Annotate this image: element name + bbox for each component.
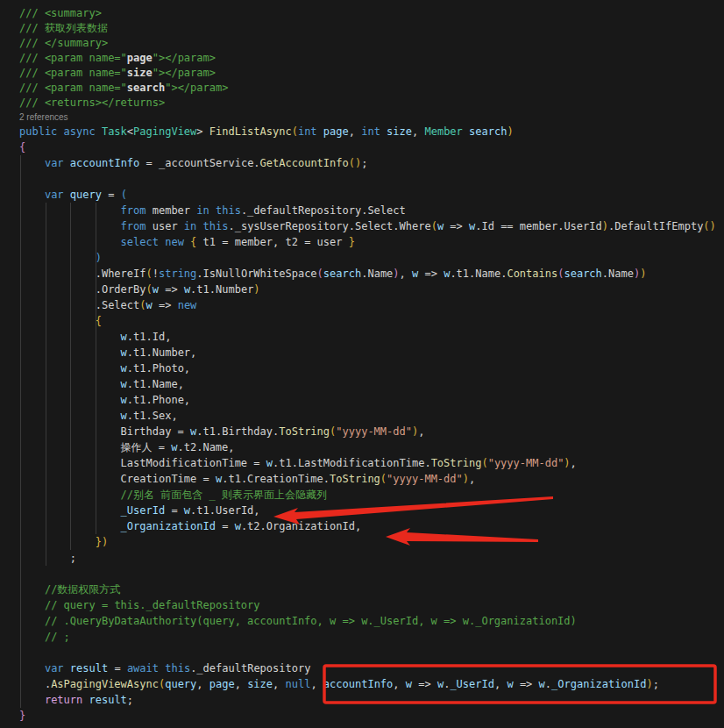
code-token: ( bbox=[380, 473, 387, 485]
code-token: ( bbox=[146, 268, 153, 280]
code-token: _UserId bbox=[121, 504, 166, 517]
code-token: await bbox=[127, 662, 159, 674]
code-token: page bbox=[127, 52, 153, 64]
code-token bbox=[19, 583, 45, 596]
code-token: _UserId bbox=[450, 678, 494, 690]
code-token bbox=[19, 315, 96, 327]
code-token: var bbox=[45, 662, 64, 674]
code-token bbox=[19, 504, 121, 517]
code-line: /// <summary> bbox=[19, 6, 724, 21]
code-token: .Id == member.UserId bbox=[475, 220, 602, 232]
code-token: ) bbox=[507, 125, 513, 138]
code-token: .t1.CreationTime. bbox=[222, 473, 330, 485]
code-token bbox=[196, 220, 202, 232]
code-token: .t1.UserId, bbox=[190, 504, 259, 517]
code-token: search bbox=[127, 82, 165, 94]
code-token: w bbox=[121, 394, 127, 406]
code-token: ( bbox=[121, 189, 127, 201]
code-line: // ; bbox=[19, 629, 724, 645]
code-token: = bbox=[216, 520, 235, 532]
codelens-references[interactable]: 2 references bbox=[19, 111, 724, 124]
code-token: , bbox=[418, 425, 424, 438]
code-token: ; bbox=[653, 678, 659, 690]
code-line: .Select(w => new bbox=[19, 297, 724, 313]
code-token: /// 获取列表数据 bbox=[19, 22, 108, 34]
code-token: AsPagingViewAsync bbox=[51, 678, 159, 690]
code-token: }) bbox=[96, 536, 108, 548]
code-token bbox=[19, 536, 96, 548]
code-token bbox=[19, 662, 45, 674]
code-token: // .QueryByDataAuthority(query, accountI… bbox=[45, 615, 577, 627]
code-line: } bbox=[19, 708, 724, 724]
code-token: size bbox=[247, 678, 273, 690]
code-token: , bbox=[273, 678, 285, 690]
code-token: { bbox=[96, 315, 102, 327]
code-token: = bbox=[165, 504, 184, 517]
code-token: _OrganizationId bbox=[551, 678, 646, 690]
code-line: _OrganizationId = w.t2.OrganizationId, bbox=[19, 518, 724, 534]
code-line: w.t1.Sex, bbox=[19, 408, 724, 424]
code-token: size bbox=[387, 125, 412, 138]
code-token: w bbox=[507, 678, 513, 690]
code-token: 操作人 = bbox=[19, 441, 171, 453]
code-area[interactable]: /// <summary>/// 获取列表数据/// </summary>///… bbox=[19, 6, 724, 724]
code-token: , bbox=[571, 457, 577, 469]
code-token: ) bbox=[253, 283, 259, 296]
code-token: > bbox=[196, 125, 209, 138]
code-token: w bbox=[539, 678, 545, 690]
code-token: from bbox=[121, 204, 146, 217]
code-token bbox=[19, 378, 121, 390]
code-token: => bbox=[153, 299, 178, 311]
code-token: () bbox=[703, 220, 715, 232]
code-token: search bbox=[564, 268, 601, 280]
code-token: select bbox=[121, 236, 159, 248]
code-editor[interactable]: /// <summary>/// 获取列表数据/// </summary>///… bbox=[0, 0, 724, 728]
code-token: ( bbox=[139, 299, 146, 311]
code-token: "></param> bbox=[153, 67, 216, 79]
code-token bbox=[19, 615, 45, 627]
code-token: Member bbox=[424, 125, 462, 138]
code-token bbox=[19, 331, 121, 343]
code-token: this bbox=[203, 220, 229, 232]
code-line: /// 获取列表数据 bbox=[19, 21, 724, 36]
code-token: /// <param name=" bbox=[19, 82, 127, 94]
code-token bbox=[19, 694, 45, 706]
code-line bbox=[19, 645, 724, 660]
code-token bbox=[19, 362, 121, 375]
code-line: from member in this._defaultRepository.S… bbox=[19, 203, 724, 218]
code-token: ) bbox=[393, 268, 399, 280]
code-line: Birthday = w.t1.Birthday.ToString("yyyy-… bbox=[19, 424, 724, 439]
code-token: => bbox=[412, 678, 437, 690]
code-line: w.t1.Number, bbox=[19, 345, 724, 360]
code-token: new bbox=[165, 236, 184, 248]
code-token: Birthday = bbox=[19, 425, 190, 438]
code-line: w.t1.Photo, bbox=[19, 360, 724, 376]
code-token: ( bbox=[317, 268, 323, 280]
code-token: page bbox=[209, 678, 235, 690]
code-token: in bbox=[184, 220, 196, 232]
code-token: ) bbox=[96, 252, 102, 264]
code-line: /// </summary> bbox=[19, 36, 724, 51]
code-token: "yyyy-MM-dd" bbox=[387, 473, 463, 485]
code-token: w bbox=[121, 331, 127, 343]
code-token: => bbox=[514, 678, 539, 690]
code-token: return bbox=[45, 694, 82, 706]
code-token: < bbox=[127, 125, 133, 138]
code-token: //别名 前面包含 _ 则表示界面上会隐藏列 bbox=[121, 489, 327, 501]
code-token bbox=[19, 410, 121, 422]
code-token: w bbox=[153, 283, 159, 296]
code-token: ) bbox=[463, 473, 469, 485]
code-line: w.t1.Id, bbox=[19, 329, 724, 345]
code-line: w.t1.Phone, bbox=[19, 392, 724, 408]
code-line: _UserId = w.t1.UserId, bbox=[19, 503, 724, 518]
code-token: => bbox=[159, 283, 184, 296]
code-token bbox=[19, 220, 121, 232]
code-token: public async bbox=[19, 125, 102, 138]
code-token: ( bbox=[481, 457, 487, 469]
code-token: } bbox=[349, 236, 355, 248]
code-token bbox=[19, 204, 121, 217]
code-token: /// <param name=" bbox=[19, 67, 127, 79]
code-token: , bbox=[196, 678, 209, 690]
code-token: () bbox=[349, 157, 361, 169]
code-token: PagingView bbox=[133, 125, 196, 138]
